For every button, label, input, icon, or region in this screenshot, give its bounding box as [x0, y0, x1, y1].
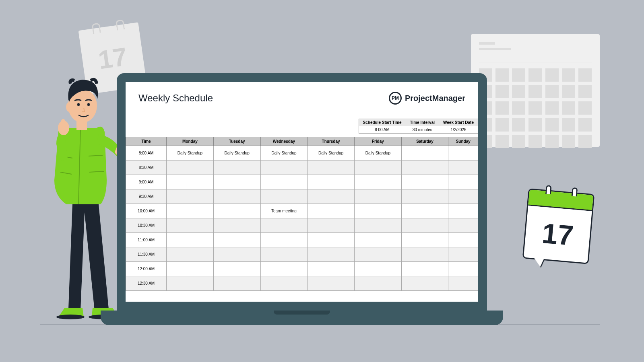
schedule-cell — [260, 189, 308, 204]
schedule-cell — [448, 218, 478, 233]
time-cell: 11:00 AM — [126, 233, 167, 247]
schedule-cell — [448, 160, 478, 175]
schedule-table: TimeMondayTuesdayWednesdayThursdayFriday… — [126, 137, 478, 291]
schedule-cell — [308, 262, 355, 276]
background-calendar-large — [471, 34, 600, 147]
schedule-cell — [448, 276, 478, 291]
schedule-cell — [401, 160, 448, 175]
document-header: Weekly Schedule PM ProjectManager — [126, 82, 478, 112]
schedule-cell — [448, 247, 478, 262]
schedule-cell — [354, 189, 401, 204]
schedule-cell — [260, 233, 308, 247]
schedule-cell — [260, 160, 308, 175]
schedule-cell: Team meeting — [260, 204, 308, 218]
schedule-cell — [401, 276, 448, 291]
schedule-cell — [401, 146, 448, 160]
schedule-cell — [167, 189, 214, 204]
time-cell: 10:30 AM — [126, 218, 167, 233]
schedule-cell — [401, 218, 448, 233]
document-screen: Weekly Schedule PM ProjectManager Schedu… — [126, 82, 478, 302]
svg-point-0 — [56, 315, 85, 319]
schedule-cell — [448, 189, 478, 204]
schedule-cell — [213, 189, 260, 204]
time-cell: 10:00 AM — [126, 204, 167, 218]
schedule-cell: Daily Standup — [167, 146, 214, 160]
schedule-cell — [213, 233, 260, 247]
calendar-callout-icon: 17 — [522, 188, 595, 264]
schedule-cell — [448, 204, 478, 218]
brand-icon: PM — [389, 92, 402, 105]
schedule-cell — [354, 276, 401, 291]
settings-area: Schedule Start Time Time Interval Week S… — [126, 112, 478, 137]
schedule-cell — [213, 262, 260, 276]
time-cell: 8:30 AM — [126, 160, 167, 175]
schedule-cell — [167, 262, 214, 276]
time-cell: 12:30 AM — [126, 276, 167, 291]
schedule-column-header: Time — [126, 137, 167, 146]
settings-header: Schedule Start Time — [359, 119, 406, 126]
document-title: Weekly Schedule — [138, 93, 213, 104]
schedule-cell — [167, 247, 214, 262]
time-cell: 9:30 AM — [126, 189, 167, 204]
settings-value: 1/2/2026 — [439, 126, 478, 134]
schedule-cell — [213, 160, 260, 175]
schedule-cell — [213, 204, 260, 218]
schedule-cell — [308, 276, 355, 291]
schedule-cell — [354, 218, 401, 233]
settings-value: 30 minutes — [406, 126, 439, 134]
schedule-cell — [308, 175, 355, 189]
schedule-cell — [401, 247, 448, 262]
settings-header: Time Interval — [406, 119, 439, 126]
schedule-cell — [260, 247, 308, 262]
schedule-cell: Daily Standup — [213, 146, 260, 160]
schedule-column-header: Monday — [167, 137, 214, 146]
schedule-column-header: Friday — [354, 137, 401, 146]
brand-name: ProjectManager — [405, 94, 465, 103]
schedule-cell — [354, 262, 401, 276]
time-cell: 8:00 AM — [126, 146, 167, 160]
schedule-column-header: Tuesday — [213, 137, 260, 146]
brand-logo: PM ProjectManager — [389, 92, 465, 105]
schedule-cell — [213, 247, 260, 262]
schedule-cell — [401, 189, 448, 204]
schedule-cell — [354, 204, 401, 218]
schedule-cell — [354, 160, 401, 175]
schedule-cell — [260, 218, 308, 233]
calendar-number: 17 — [524, 206, 592, 263]
schedule-cell — [354, 247, 401, 262]
time-cell: 11:30 AM — [126, 247, 167, 262]
time-cell: 12:00 AM — [126, 262, 167, 276]
schedule-cell — [448, 262, 478, 276]
schedule-cell — [354, 233, 401, 247]
schedule-cell — [308, 160, 355, 175]
schedule-column-header: Wednesday — [260, 137, 308, 146]
schedule-cell — [260, 262, 308, 276]
schedule-column-header: Saturday — [401, 137, 448, 146]
settings-value: 8:00 AM — [359, 126, 406, 134]
settings-header: Week Start Date — [439, 119, 478, 126]
schedule-cell — [448, 146, 478, 160]
schedule-cell — [213, 175, 260, 189]
svg-point-6 — [66, 102, 72, 112]
schedule-cell — [260, 276, 308, 291]
schedule-cell — [167, 175, 214, 189]
schedule-column-header: Sunday — [448, 137, 478, 146]
schedule-cell — [308, 189, 355, 204]
schedule-cell — [401, 204, 448, 218]
schedule-cell — [167, 276, 214, 291]
schedule-cell — [213, 218, 260, 233]
schedule-cell — [308, 204, 355, 218]
schedule-cell — [167, 204, 214, 218]
time-cell: 9:00 AM — [126, 175, 167, 189]
schedule-cell — [308, 233, 355, 247]
schedule-cell — [448, 175, 478, 189]
schedule-cell — [448, 233, 478, 247]
schedule-cell — [167, 218, 214, 233]
schedule-cell: Daily Standup — [308, 146, 355, 160]
schedule-cell — [167, 233, 214, 247]
schedule-cell — [401, 233, 448, 247]
schedule-cell — [401, 175, 448, 189]
svg-rect-3 — [61, 119, 65, 128]
schedule-cell — [308, 218, 355, 233]
schedule-cell: Daily Standup — [260, 146, 308, 160]
